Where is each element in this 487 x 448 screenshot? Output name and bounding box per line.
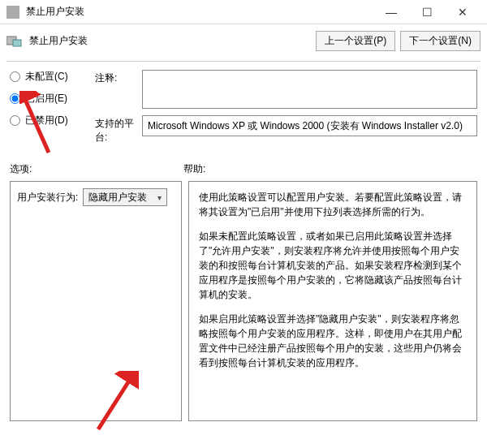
- chevron-down-icon: ▾: [157, 193, 162, 202]
- behavior-select-value: 隐藏用户安装: [88, 191, 147, 205]
- options-panel: 用户安装行为: 隐藏用户安装 ▾: [10, 181, 182, 421]
- behavior-label: 用户安装行为:: [17, 191, 78, 205]
- maximize-button[interactable]: ☐: [409, 0, 445, 24]
- help-panel: 使用此策略设置可以配置用户安装。若要配置此策略设置，请将其设置为"已启用"并使用…: [188, 181, 477, 421]
- window-title: 禁止用户安装: [26, 5, 373, 19]
- help-paragraph: 如果未配置此策略设置，或者如果已启用此策略设置并选择了"允许用户安装"，则安装程…: [199, 229, 467, 302]
- svg-rect-1: [13, 40, 21, 46]
- behavior-select[interactable]: 隐藏用户安装 ▾: [83, 188, 167, 206]
- radio-enabled-label: 已启用(E): [25, 92, 67, 106]
- page-title: 禁止用户安装: [29, 34, 311, 48]
- note-textarea[interactable]: [142, 70, 477, 109]
- platform-value: Microsoft Windows XP 或 Windows 2000 (安装有…: [148, 119, 463, 133]
- platform-field: Microsoft Windows XP 或 Windows 2000 (安装有…: [142, 115, 477, 136]
- divider: [6, 61, 481, 62]
- help-section-label: 帮助:: [183, 162, 477, 176]
- note-label: 注释:: [95, 70, 142, 109]
- policy-icon: [6, 35, 23, 48]
- options-section-label: 选项:: [10, 162, 183, 176]
- next-setting-button[interactable]: 下一个设置(N): [400, 31, 481, 51]
- window-icon: [6, 6, 19, 19]
- prev-setting-button[interactable]: 上一个设置(P): [316, 31, 395, 51]
- minimize-button[interactable]: —: [373, 0, 409, 24]
- help-paragraph: 使用此策略设置可以配置用户安装。若要配置此策略设置，请将其设置为"已启用"并使用…: [199, 190, 467, 219]
- radio-disabled-label: 已禁用(D): [25, 114, 68, 127]
- radio-not-configured-label: 未配置(C): [25, 70, 68, 84]
- radio-not-configured[interactable]: [10, 71, 20, 82]
- close-button[interactable]: ✕: [445, 0, 481, 24]
- radio-disabled[interactable]: [10, 115, 20, 126]
- help-paragraph: 如果启用此策略设置并选择"隐藏用户安装"，则安装程序将忽略按照每个用户安装的应用…: [199, 312, 467, 370]
- platform-label: 支持的平台:: [95, 115, 142, 144]
- radio-enabled[interactable]: [10, 93, 20, 104]
